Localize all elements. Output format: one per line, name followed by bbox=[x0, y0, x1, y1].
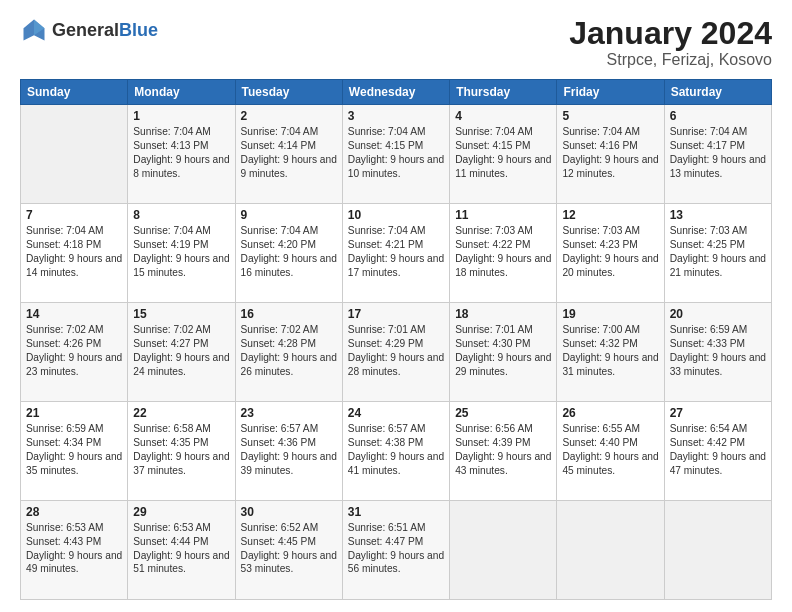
daylight-text: Daylight: 9 hours and 20 minutes. bbox=[562, 252, 658, 280]
sunset-text: Sunset: 4:13 PM bbox=[133, 139, 229, 153]
sunset-text: Sunset: 4:28 PM bbox=[241, 337, 337, 351]
daylight-text: Daylight: 9 hours and 35 minutes. bbox=[26, 450, 122, 478]
day-number: 9 bbox=[241, 207, 337, 223]
day-number: 30 bbox=[241, 504, 337, 520]
daylight-text: Daylight: 9 hours and 11 minutes. bbox=[455, 153, 551, 181]
sunset-text: Sunset: 4:26 PM bbox=[26, 337, 122, 351]
sunrise-text: Sunrise: 7:04 AM bbox=[133, 125, 229, 139]
sunrise-text: Sunrise: 6:52 AM bbox=[241, 521, 337, 535]
sunset-text: Sunset: 4:36 PM bbox=[241, 436, 337, 450]
week-row-1: 1Sunrise: 7:04 AMSunset: 4:13 PMDaylight… bbox=[21, 105, 772, 204]
daylight-text: Daylight: 9 hours and 9 minutes. bbox=[241, 153, 337, 181]
weekday-header-monday: Monday bbox=[128, 80, 235, 105]
sunset-text: Sunset: 4:15 PM bbox=[455, 139, 551, 153]
daylight-text: Daylight: 9 hours and 53 minutes. bbox=[241, 549, 337, 577]
daylight-text: Daylight: 9 hours and 51 minutes. bbox=[133, 549, 229, 577]
day-number: 26 bbox=[562, 405, 658, 421]
sunrise-text: Sunrise: 7:03 AM bbox=[455, 224, 551, 238]
day-cell: 3Sunrise: 7:04 AMSunset: 4:15 PMDaylight… bbox=[342, 105, 449, 204]
sunset-text: Sunset: 4:39 PM bbox=[455, 436, 551, 450]
daylight-text: Daylight: 9 hours and 24 minutes. bbox=[133, 351, 229, 379]
day-cell: 30Sunrise: 6:52 AMSunset: 4:45 PMDayligh… bbox=[235, 501, 342, 600]
day-number: 28 bbox=[26, 504, 122, 520]
sunset-text: Sunset: 4:30 PM bbox=[455, 337, 551, 351]
daylight-text: Daylight: 9 hours and 10 minutes. bbox=[348, 153, 444, 181]
daylight-text: Daylight: 9 hours and 47 minutes. bbox=[670, 450, 766, 478]
daylight-text: Daylight: 9 hours and 21 minutes. bbox=[670, 252, 766, 280]
header: GeneralBlue January 2024 Strpce, Ferizaj… bbox=[20, 16, 772, 69]
week-row-4: 21Sunrise: 6:59 AMSunset: 4:34 PMDayligh… bbox=[21, 402, 772, 501]
day-cell: 4Sunrise: 7:04 AMSunset: 4:15 PMDaylight… bbox=[450, 105, 557, 204]
weekday-header-thursday: Thursday bbox=[450, 80, 557, 105]
sunrise-text: Sunrise: 7:02 AM bbox=[133, 323, 229, 337]
day-cell: 1Sunrise: 7:04 AMSunset: 4:13 PMDaylight… bbox=[128, 105, 235, 204]
sunrise-text: Sunrise: 7:04 AM bbox=[670, 125, 766, 139]
sunset-text: Sunset: 4:43 PM bbox=[26, 535, 122, 549]
day-number: 7 bbox=[26, 207, 122, 223]
day-cell: 2Sunrise: 7:04 AMSunset: 4:14 PMDaylight… bbox=[235, 105, 342, 204]
sunrise-text: Sunrise: 7:01 AM bbox=[348, 323, 444, 337]
sunset-text: Sunset: 4:25 PM bbox=[670, 238, 766, 252]
sunset-text: Sunset: 4:33 PM bbox=[670, 337, 766, 351]
calendar-header: SundayMondayTuesdayWednesdayThursdayFrid… bbox=[21, 80, 772, 105]
day-cell: 10Sunrise: 7:04 AMSunset: 4:21 PMDayligh… bbox=[342, 204, 449, 303]
day-number: 1 bbox=[133, 108, 229, 124]
daylight-text: Daylight: 9 hours and 56 minutes. bbox=[348, 549, 444, 577]
day-number: 29 bbox=[133, 504, 229, 520]
sunset-text: Sunset: 4:21 PM bbox=[348, 238, 444, 252]
day-number: 24 bbox=[348, 405, 444, 421]
day-number: 13 bbox=[670, 207, 766, 223]
sunrise-text: Sunrise: 7:04 AM bbox=[241, 224, 337, 238]
logo: GeneralBlue bbox=[20, 16, 158, 44]
day-cell: 17Sunrise: 7:01 AMSunset: 4:29 PMDayligh… bbox=[342, 303, 449, 402]
daylight-text: Daylight: 9 hours and 13 minutes. bbox=[670, 153, 766, 181]
week-row-2: 7Sunrise: 7:04 AMSunset: 4:18 PMDaylight… bbox=[21, 204, 772, 303]
day-number: 10 bbox=[348, 207, 444, 223]
logo-text: GeneralBlue bbox=[52, 21, 158, 40]
daylight-text: Daylight: 9 hours and 43 minutes. bbox=[455, 450, 551, 478]
day-cell: 25Sunrise: 6:56 AMSunset: 4:39 PMDayligh… bbox=[450, 402, 557, 501]
weekday-header-friday: Friday bbox=[557, 80, 664, 105]
sunset-text: Sunset: 4:23 PM bbox=[562, 238, 658, 252]
sunrise-text: Sunrise: 7:03 AM bbox=[670, 224, 766, 238]
day-cell: 18Sunrise: 7:01 AMSunset: 4:30 PMDayligh… bbox=[450, 303, 557, 402]
daylight-text: Daylight: 9 hours and 8 minutes. bbox=[133, 153, 229, 181]
sunset-text: Sunset: 4:16 PM bbox=[562, 139, 658, 153]
daylight-text: Daylight: 9 hours and 45 minutes. bbox=[562, 450, 658, 478]
day-cell: 21Sunrise: 6:59 AMSunset: 4:34 PMDayligh… bbox=[21, 402, 128, 501]
daylight-text: Daylight: 9 hours and 39 minutes. bbox=[241, 450, 337, 478]
daylight-text: Daylight: 9 hours and 16 minutes. bbox=[241, 252, 337, 280]
sunrise-text: Sunrise: 7:04 AM bbox=[241, 125, 337, 139]
daylight-text: Daylight: 9 hours and 29 minutes. bbox=[455, 351, 551, 379]
day-number: 8 bbox=[133, 207, 229, 223]
sunrise-text: Sunrise: 6:58 AM bbox=[133, 422, 229, 436]
sunset-text: Sunset: 4:40 PM bbox=[562, 436, 658, 450]
page-title: January 2024 bbox=[569, 16, 772, 51]
day-number: 4 bbox=[455, 108, 551, 124]
day-number: 27 bbox=[670, 405, 766, 421]
day-number: 23 bbox=[241, 405, 337, 421]
calendar-table: SundayMondayTuesdayWednesdayThursdayFrid… bbox=[20, 79, 772, 600]
sunrise-text: Sunrise: 7:04 AM bbox=[562, 125, 658, 139]
sunrise-text: Sunrise: 6:57 AM bbox=[241, 422, 337, 436]
daylight-text: Daylight: 9 hours and 26 minutes. bbox=[241, 351, 337, 379]
day-number: 2 bbox=[241, 108, 337, 124]
day-cell: 12Sunrise: 7:03 AMSunset: 4:23 PMDayligh… bbox=[557, 204, 664, 303]
day-cell bbox=[450, 501, 557, 600]
week-row-5: 28Sunrise: 6:53 AMSunset: 4:43 PMDayligh… bbox=[21, 501, 772, 600]
day-cell: 26Sunrise: 6:55 AMSunset: 4:40 PMDayligh… bbox=[557, 402, 664, 501]
day-number: 5 bbox=[562, 108, 658, 124]
sunrise-text: Sunrise: 6:59 AM bbox=[670, 323, 766, 337]
day-cell: 13Sunrise: 7:03 AMSunset: 4:25 PMDayligh… bbox=[664, 204, 771, 303]
sunrise-text: Sunrise: 7:02 AM bbox=[26, 323, 122, 337]
sunset-text: Sunset: 4:44 PM bbox=[133, 535, 229, 549]
title-block: January 2024 Strpce, Ferizaj, Kosovo bbox=[569, 16, 772, 69]
daylight-text: Daylight: 9 hours and 37 minutes. bbox=[133, 450, 229, 478]
day-number: 3 bbox=[348, 108, 444, 124]
day-cell: 9Sunrise: 7:04 AMSunset: 4:20 PMDaylight… bbox=[235, 204, 342, 303]
day-number: 11 bbox=[455, 207, 551, 223]
day-cell: 19Sunrise: 7:00 AMSunset: 4:32 PMDayligh… bbox=[557, 303, 664, 402]
day-number: 18 bbox=[455, 306, 551, 322]
sunset-text: Sunset: 4:35 PM bbox=[133, 436, 229, 450]
day-cell: 27Sunrise: 6:54 AMSunset: 4:42 PMDayligh… bbox=[664, 402, 771, 501]
